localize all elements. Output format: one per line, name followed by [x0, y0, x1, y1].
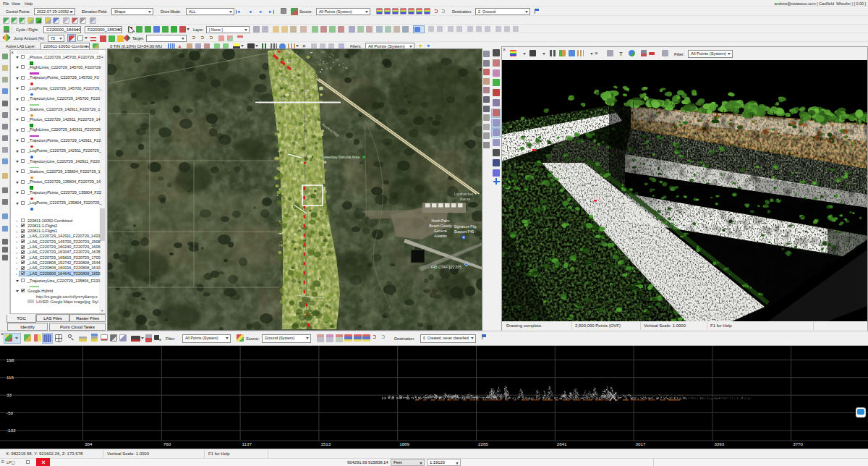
svg-text:3770: 3770 [793, 441, 803, 446]
svg-text:115: 115 [7, 375, 14, 380]
svg-text:1889: 1889 [399, 441, 409, 446]
svg-text:1137: 1137 [242, 441, 252, 446]
svg-text:760: 760 [163, 441, 171, 446]
svg-text:3393: 3393 [714, 441, 724, 446]
svg-text:198: 198 [7, 357, 14, 363]
svg-text:33: 33 [7, 392, 12, 397]
svg-text:2641: 2641 [557, 441, 567, 446]
svg-text:2265: 2265 [478, 441, 488, 446]
svg-text:1513: 1513 [320, 441, 331, 446]
svg-text:-50: -50 [7, 410, 14, 415]
svg-text:3017: 3017 [636, 441, 646, 446]
svg-text:-133: -133 [7, 428, 16, 433]
svg-text:384: 384 [85, 441, 93, 446]
